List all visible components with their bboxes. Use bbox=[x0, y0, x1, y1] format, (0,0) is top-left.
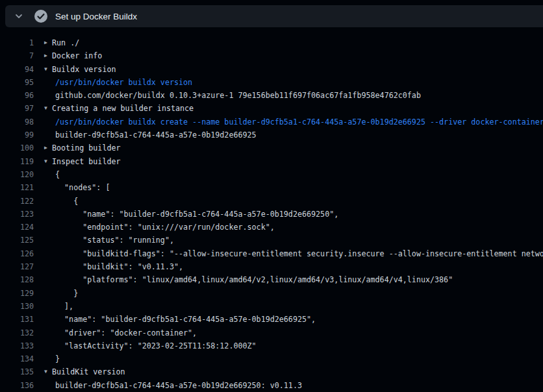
line-number[interactable]: 120 bbox=[0, 168, 34, 181]
log-line: 136 builder-d9cfb5a1-c764-445a-a57e-0b19… bbox=[0, 379, 543, 392]
line-text: /usr/bin/docker buildx create --name bui… bbox=[55, 116, 543, 129]
line-text: "buildkitd-flags": "--allow-insecure-ent… bbox=[55, 247, 543, 260]
line-text: "endpoint": "unix:///var/run/docker.sock… bbox=[55, 221, 275, 234]
log-line: 124 "endpoint": "unix:///var/run/docker.… bbox=[0, 221, 543, 234]
line-text: Inspect builder bbox=[52, 155, 121, 168]
line-number[interactable]: 121 bbox=[0, 181, 34, 194]
line-text: } bbox=[55, 352, 60, 365]
log-line: 7 ▶ Docker info bbox=[0, 49, 543, 62]
line-text: "name": "builder-d9cfb5a1-c764-445a-a57e… bbox=[55, 313, 316, 326]
log-line: 134 } bbox=[0, 352, 543, 365]
line-text: "nodes": [ bbox=[55, 181, 110, 194]
log-line: 98 /usr/bin/docker buildx create --name … bbox=[0, 116, 543, 129]
group-toggle-icon[interactable]: ▶ bbox=[44, 49, 52, 62]
line-text: github.com/docker/buildx 0.10.3+azure-1 … bbox=[55, 89, 421, 102]
line-number[interactable]: 131 bbox=[0, 313, 34, 326]
line-number[interactable]: 96 bbox=[0, 89, 34, 102]
log-line: 133 "lastActivity": "2023-02-25T11:58:12… bbox=[0, 339, 543, 352]
line-number[interactable]: 1 bbox=[0, 36, 34, 49]
line-number[interactable]: 126 bbox=[0, 247, 34, 260]
line-number[interactable]: 123 bbox=[0, 208, 34, 221]
line-number[interactable]: 122 bbox=[0, 195, 34, 208]
line-number[interactable]: 124 bbox=[0, 221, 34, 234]
line-number[interactable]: 129 bbox=[0, 287, 34, 300]
group-toggle-icon[interactable]: ▼ bbox=[44, 365, 52, 378]
chevron-down-icon[interactable] bbox=[14, 11, 24, 21]
step-header[interactable]: Set up Docker Buildx bbox=[5, 5, 543, 27]
group-toggle-icon[interactable]: ▼ bbox=[44, 63, 52, 76]
log-line: 94 ▼ Buildx version bbox=[0, 63, 543, 76]
log-line: 127 "buildkit": "v0.11.3", bbox=[0, 260, 543, 273]
line-number[interactable]: 133 bbox=[0, 339, 34, 352]
line-text: Booting builder bbox=[52, 141, 121, 154]
line-number[interactable]: 135 bbox=[0, 365, 34, 378]
line-text: builder-d9cfb5a1-c764-445a-a57e-0b19d2e6… bbox=[55, 129, 257, 141]
log-line: 122 { bbox=[0, 195, 543, 208]
line-number[interactable]: 127 bbox=[0, 260, 34, 273]
line-text: Run ./ bbox=[52, 36, 79, 49]
line-text: ], bbox=[55, 300, 73, 313]
line-number[interactable]: 119 bbox=[0, 155, 34, 168]
line-text: "name": "builder-d9cfb5a1-c764-445a-a57e… bbox=[55, 208, 338, 221]
log-line: 135 ▼ BuildKit version bbox=[0, 365, 543, 378]
check-circle-icon bbox=[34, 9, 48, 23]
log-line: 100 ▶ Booting builder bbox=[0, 141, 543, 154]
line-number[interactable]: 97 bbox=[0, 102, 34, 115]
log-line: 96 github.com/docker/buildx 0.10.3+azure… bbox=[0, 89, 543, 102]
line-text: BuildKit version bbox=[52, 365, 125, 378]
log-line: 128 "platforms": "linux/amd64,linux/amd6… bbox=[0, 273, 543, 286]
line-text: "status": "running", bbox=[55, 234, 174, 247]
line-number[interactable]: 98 bbox=[0, 116, 34, 129]
line-number[interactable]: 132 bbox=[0, 326, 34, 339]
line-text: "buildkit": "v0.11.3", bbox=[55, 260, 183, 273]
line-number[interactable]: 94 bbox=[0, 63, 34, 76]
line-text: { bbox=[55, 168, 60, 181]
log-line: 120 { bbox=[0, 168, 543, 181]
line-number[interactable]: 130 bbox=[0, 300, 34, 313]
line-text: } bbox=[55, 287, 78, 300]
group-toggle-icon[interactable]: ▼ bbox=[44, 155, 52, 168]
group-toggle-icon[interactable]: ▼ bbox=[44, 102, 52, 115]
line-number[interactable]: 95 bbox=[0, 76, 34, 89]
line-text: Creating a new builder instance bbox=[52, 102, 194, 115]
line-number[interactable]: 136 bbox=[0, 379, 34, 392]
line-number[interactable]: 128 bbox=[0, 273, 34, 286]
line-text: "platforms": "linux/amd64,linux/amd64/v2… bbox=[55, 273, 453, 286]
group-toggle-icon[interactable]: ▶ bbox=[44, 36, 52, 49]
line-number[interactable]: 99 bbox=[0, 129, 34, 141]
log-line: 131 "name": "builder-d9cfb5a1-c764-445a-… bbox=[0, 313, 543, 326]
line-text: /usr/bin/docker buildx version bbox=[55, 76, 192, 89]
group-toggle-icon[interactable]: ▶ bbox=[44, 141, 52, 154]
log-line: 121 "nodes": [ bbox=[0, 181, 543, 194]
log-line: 129 } bbox=[0, 287, 543, 300]
log-line: 132 "driver": "docker-container", bbox=[0, 326, 543, 339]
log-area: 1 ▶ Run ./ 7 ▶ Docker info 94 ▼ Buildx v… bbox=[0, 27, 543, 392]
log-line: 95 /usr/bin/docker buildx version bbox=[0, 76, 543, 89]
line-text: builder-d9cfb5a1-c764-445a-a57e-0b19d2e6… bbox=[55, 379, 302, 392]
log-line: 97 ▼ Creating a new builder instance bbox=[0, 102, 543, 115]
line-text: { bbox=[55, 195, 78, 208]
line-text: "driver": "docker-container", bbox=[55, 326, 197, 339]
line-text: Docker info bbox=[52, 49, 102, 62]
log-line: 123 "name": "builder-d9cfb5a1-c764-445a-… bbox=[0, 208, 543, 221]
line-text: "lastActivity": "2023-02-25T11:58:12.000… bbox=[55, 339, 257, 352]
line-text: Buildx version bbox=[52, 63, 116, 76]
log-line: 119 ▼ Inspect builder bbox=[0, 155, 543, 168]
log-line: 125 "status": "running", bbox=[0, 234, 543, 247]
line-number[interactable]: 100 bbox=[0, 141, 34, 154]
log-line: 130 ], bbox=[0, 300, 543, 313]
step-title: Set up Docker Buildx bbox=[55, 12, 137, 21]
line-number[interactable]: 7 bbox=[0, 49, 34, 62]
log-line: 99 builder-d9cfb5a1-c764-445a-a57e-0b19d… bbox=[0, 129, 543, 141]
log-line: 1 ▶ Run ./ bbox=[0, 36, 543, 49]
line-number[interactable]: 134 bbox=[0, 352, 34, 365]
log-line: 126 "buildkitd-flags": "--allow-insecure… bbox=[0, 247, 543, 260]
line-number[interactable]: 125 bbox=[0, 234, 34, 247]
